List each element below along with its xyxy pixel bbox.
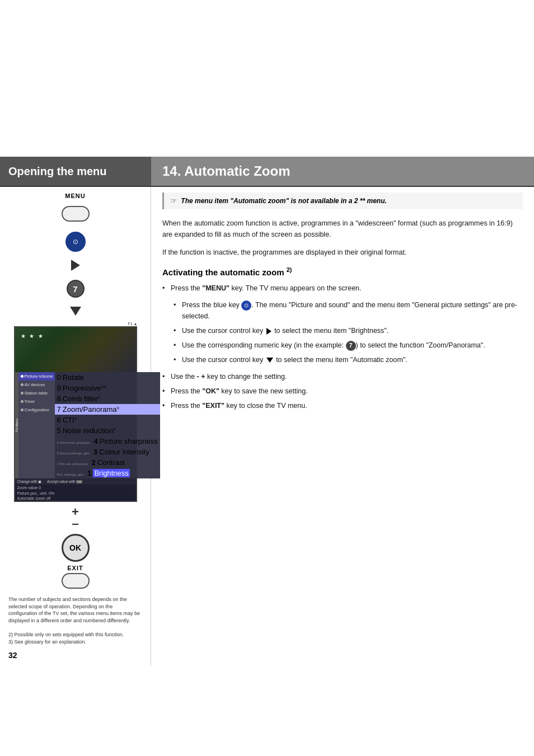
- tv-right-3: 3 Sound settings, gen. 3Colour intensity: [55, 447, 160, 457]
- tv-menu-sidebar: Picture-Volume AV devices Station table: [18, 372, 55, 478]
- tv-right-0: 0Rotate: [55, 372, 160, 383]
- play-button[interactable]: [71, 260, 80, 271]
- exit-area: EXIT: [8, 565, 142, 590]
- down-btn-area: [8, 303, 142, 319]
- top-whitespace: [0, 0, 534, 157]
- tv-right-1: Pict. settings, gen. 1Brightness: [55, 468, 160, 478]
- footer-note-2: 2) Possible only on sets equipped with t…: [8, 631, 142, 638]
- final-step-3: Press the "EXIT" key to close the TV men…: [162, 400, 523, 411]
- down-button[interactable]: [70, 307, 81, 316]
- tv-stars: ★ ★ ★: [21, 333, 45, 339]
- menu-label: MENU: [65, 192, 85, 199]
- indented-step-1: Press the blue key ⊙. The menu "Picture …: [174, 299, 523, 322]
- tv-right-8: 8Comb filter3): [55, 393, 160, 404]
- header-right: 14. Automatic Zoom: [151, 157, 534, 186]
- left-column: MENU ⊙ 7 F1 ▲: [0, 187, 151, 665]
- final-steps-list: Use the - + key to change the setting. P…: [162, 371, 523, 411]
- indented-steps-list: Press the blue key ⊙. The menu "Picture …: [174, 299, 523, 365]
- tv-zoom-info-bar: Change with ■ Accept value with OK: [15, 478, 136, 485]
- indented-step-2: Use the cursor control key to select the…: [174, 325, 523, 336]
- right-section-title: 14. Automatic Zoom: [162, 163, 290, 179]
- tv-right-9: 9Progressive2)3): [55, 383, 160, 393]
- tv-zoom-value: Zoom value 0: [15, 485, 136, 491]
- tv-right-5: 5Noise reduction3): [55, 425, 160, 436]
- body-paragraph-2: If the function is inactive, the program…: [162, 247, 523, 258]
- main-steps-list: Press the "MENU" key. The TV menu appear…: [162, 283, 523, 294]
- tv-vertical-label: TV-Menu: [15, 419, 18, 432]
- header-banner: Opening the menu 14. Automatic Zoom: [0, 157, 534, 186]
- note-box: ☞ The menu item "Automatic zoom" is not …: [162, 192, 523, 209]
- minus-symbol: –: [72, 516, 78, 531]
- blue-circle-button[interactable]: ⊙: [65, 232, 86, 252]
- step-press-menu: Press the "MENU" key. The TV menu appear…: [162, 283, 523, 294]
- remote-menu-area: MENU: [8, 192, 142, 224]
- tv-menu-timer-label: Timer: [25, 399, 35, 404]
- left-section-title: Opening the menu: [8, 165, 107, 178]
- blue-btn-area: ⊙: [8, 229, 142, 254]
- circle-7-icon: 7: [346, 341, 356, 351]
- plus-minus-area: + –: [8, 505, 142, 531]
- page-number: 32: [8, 651, 142, 660]
- exit-label: EXIT: [67, 565, 83, 571]
- tv-menu-indicators: F1 ▲: [11, 322, 140, 326]
- tv-menu-av-devices: AV devices: [18, 381, 55, 389]
- indented-step-3: Use the corresponding numeric key (in th…: [174, 340, 523, 351]
- tv-right-4: 4 Sound set.,prog.pos. 4Picture sharpnes…: [55, 436, 160, 447]
- ok-label: OK: [69, 543, 81, 552]
- subsection-title: Activating the automatic zoom 2): [162, 266, 523, 277]
- accept-value-label: Accept value with OK: [47, 480, 82, 483]
- tv-menu-av-label: AV devices: [25, 382, 45, 387]
- tv-menu-station-label: Station table: [25, 391, 48, 396]
- exit-button[interactable]: [62, 573, 90, 589]
- tv-right-7: 7Zoom/Panorama3): [55, 404, 160, 415]
- number-btn-area: 7: [8, 276, 142, 301]
- tv-right-6: 6CTI3): [55, 415, 160, 425]
- change-with-label: Change with ■: [17, 480, 42, 483]
- subsection-title-text: Activating the automatic zoom: [162, 267, 284, 277]
- number-7-label: 7: [73, 284, 77, 294]
- final-step-2: Press the "OK" key to save the new setti…: [162, 386, 523, 397]
- tv-menu-timer: Timer: [18, 397, 55, 406]
- number-7-button[interactable]: 7: [67, 280, 85, 298]
- tv-auto-zoom: Automatic zoom off: [15, 496, 136, 501]
- left-footer: The number of subjects and sections depe…: [8, 596, 142, 645]
- subsection-footnote: 2): [287, 266, 292, 273]
- footer-note-1: The number of subjects and sections depe…: [8, 596, 142, 624]
- right-arrow-icon: [266, 328, 271, 335]
- tv-menu-picture-volume-label: Picture-Volume: [25, 374, 53, 379]
- down-arrow-icon: [266, 358, 273, 363]
- tv-menu-config-label: Configuration: [25, 407, 50, 412]
- tv-menu-configuration: Configuration: [18, 406, 55, 414]
- tv-right-panel: 0Rotate 9Progressive2)3) 8Comb filter3) …: [55, 372, 160, 478]
- play-btn-area: [8, 256, 142, 274]
- body-paragraph-1: When the automatic zoom function is acti…: [162, 218, 523, 240]
- tv-screen: ★ ★ ★ TV-Menu Picture-Volume: [14, 326, 137, 502]
- note-icon: ☞: [171, 197, 177, 205]
- menu-button[interactable]: [62, 206, 90, 222]
- tv-menu-station-table: Station table: [18, 389, 55, 397]
- main-content: MENU ⊙ 7 F1 ▲: [0, 186, 534, 665]
- right-column: ☞ The menu item "Automatic zoom" is not …: [151, 187, 534, 665]
- tv-menu-overlay: TV-Menu Picture-Volume AV devices: [15, 372, 136, 478]
- ok-button[interactable]: OK: [62, 534, 90, 562]
- final-step-1: Use the - + key to change the setting.: [162, 371, 523, 382]
- tv-menu-picture-volume: Picture-Volume: [18, 372, 55, 381]
- tv-menu-display: F1 ▲ ★ ★ ★ TV-Menu Picture-: [11, 322, 140, 502]
- footer-note-3: 3) See glossary for an explanation.: [8, 638, 142, 646]
- tv-right-2: 2 Pid. set.,prog.poss. 2Contrast: [55, 457, 160, 468]
- tv-picture-pos: Picture pos., vert. 0%: [15, 491, 136, 496]
- blue-key-icon: ⊙: [241, 300, 251, 311]
- blue-button-icon: ⊙: [73, 238, 78, 246]
- tv-screen-image: ★ ★ ★: [15, 327, 136, 372]
- indented-step-4: Use the cursor control key to select the…: [174, 354, 523, 365]
- note-text: The menu item "Automatic zoom" is not av…: [181, 197, 386, 205]
- header-left: Opening the menu: [0, 157, 151, 186]
